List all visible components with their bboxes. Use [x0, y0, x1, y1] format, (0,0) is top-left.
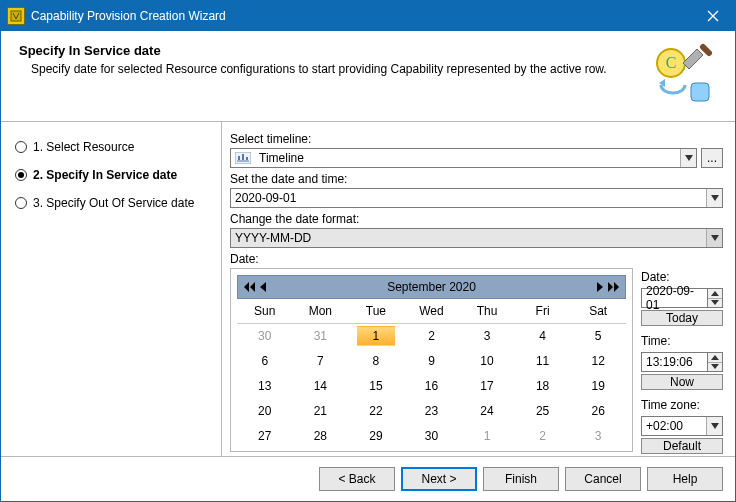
date-spin-up[interactable]	[708, 289, 722, 299]
calendar-day[interactable]: 10	[570, 448, 626, 456]
calendar-weekday: Sat	[570, 299, 626, 323]
format-label: Change the date format:	[230, 212, 723, 226]
calendar-day[interactable]: 3	[459, 323, 515, 348]
calendar-day[interactable]: 5	[570, 323, 626, 348]
calendar-day[interactable]: 31	[293, 323, 349, 348]
chevron-down-icon	[680, 149, 696, 167]
calendar-day[interactable]: 4	[237, 448, 293, 456]
timezone-select[interactable]: +02:00	[641, 416, 723, 436]
calendar-day[interactable]: 14	[293, 373, 349, 398]
calendar-day[interactable]: 8	[348, 348, 404, 373]
format-select[interactable]: YYYY-MM-DD	[230, 228, 723, 248]
wizard-step-label: 2. Specify In Service date	[33, 168, 177, 182]
calendar-day[interactable]: 6	[237, 348, 293, 373]
svg-marker-22	[711, 364, 719, 369]
wizard-step-1[interactable]: 1. Select Resource	[15, 140, 207, 154]
svg-marker-21	[711, 355, 719, 360]
svg-rect-4	[691, 83, 709, 101]
calendar-day[interactable]: 11	[515, 348, 571, 373]
next-button[interactable]: Next >	[401, 467, 477, 491]
svg-marker-15	[260, 282, 266, 292]
calendar-day[interactable]: 7	[404, 448, 460, 456]
calendar-day[interactable]: 6	[348, 448, 404, 456]
radio-icon	[15, 197, 27, 209]
calendar-day[interactable]: 7	[293, 348, 349, 373]
timeline-label: Select timeline:	[230, 132, 723, 146]
finish-button[interactable]: Finish	[483, 467, 559, 491]
timeline-browse-button[interactable]: ...	[701, 148, 723, 168]
help-button[interactable]: Help	[647, 467, 723, 491]
today-button[interactable]: Today	[641, 310, 723, 326]
calendar-day[interactable]: 15	[348, 373, 404, 398]
datetime-select[interactable]: 2020-09-01	[230, 188, 723, 208]
calendar-day[interactable]: 25	[515, 398, 571, 423]
calendar-day[interactable]: 2	[404, 323, 460, 348]
now-button[interactable]: Now	[641, 374, 723, 390]
time-spin-down[interactable]	[708, 363, 722, 372]
calendar-day[interactable]: 1	[459, 423, 515, 448]
svg-rect-7	[238, 156, 240, 160]
wizard-step-label: 1. Select Resource	[33, 140, 134, 154]
calendar-day[interactable]: 27	[237, 423, 293, 448]
calendar-day[interactable]: 24	[459, 398, 515, 423]
calendar-day[interactable]: 3	[570, 423, 626, 448]
calendar-day[interactable]: 16	[404, 373, 460, 398]
calendar-day[interactable]: 1	[348, 323, 404, 348]
calendar-day[interactable]: 30	[404, 423, 460, 448]
calendar-day[interactable]: 9	[404, 348, 460, 373]
calendar-day[interactable]: 8	[459, 448, 515, 456]
svg-marker-20	[711, 300, 719, 305]
svg-marker-23	[711, 423, 719, 429]
calendar-day[interactable]: 22	[348, 398, 404, 423]
app-icon	[7, 7, 25, 25]
calendar-day[interactable]: 5	[293, 448, 349, 456]
svg-marker-17	[608, 282, 613, 292]
calendar-month-title[interactable]: September 2020	[278, 280, 585, 294]
date-section-label: Date:	[230, 252, 723, 266]
calendar-prev-month-button[interactable]	[260, 282, 267, 292]
wizard-step-3[interactable]: 3. Specify Out Of Service date	[15, 196, 207, 210]
calendar-day[interactable]: 18	[515, 373, 571, 398]
page-description: Specify date for selected Resource confi…	[19, 62, 647, 76]
radio-icon	[15, 169, 27, 181]
wizard-step-2[interactable]: 2. Specify In Service date	[15, 168, 207, 182]
svg-text:C: C	[666, 54, 677, 71]
close-button[interactable]	[691, 1, 735, 31]
calendar-day[interactable]: 21	[293, 398, 349, 423]
calendar-day[interactable]: 20	[237, 398, 293, 423]
svg-marker-14	[250, 282, 255, 292]
timeline-select[interactable]: Timeline	[230, 148, 697, 168]
calendar-day[interactable]: 30	[237, 323, 293, 348]
titlebar: Capability Provision Creation Wizard	[1, 1, 735, 31]
side-date-label: Date:	[641, 270, 723, 284]
calendar-next-month-button[interactable]	[596, 282, 603, 292]
cancel-button[interactable]: Cancel	[565, 467, 641, 491]
calendar-weekday: Mon	[293, 299, 349, 323]
calendar-day[interactable]: 10	[459, 348, 515, 373]
calendar-day[interactable]: 23	[404, 398, 460, 423]
calendar-day[interactable]: 12	[570, 348, 626, 373]
calendar-day[interactable]: 2	[515, 423, 571, 448]
time-value: 13:19:06	[646, 355, 693, 369]
time-spin-up[interactable]	[708, 353, 722, 363]
calendar-day[interactable]: 28	[293, 423, 349, 448]
calendar-weekday: Tue	[348, 299, 404, 323]
date-spin-down[interactable]	[708, 299, 722, 308]
default-button[interactable]: Default	[641, 438, 723, 454]
calendar-prev-year-button[interactable]	[244, 282, 256, 292]
calendar-next-year-button[interactable]	[607, 282, 619, 292]
calendar-day[interactable]: 19	[570, 373, 626, 398]
calendar-day[interactable]: 17	[459, 373, 515, 398]
wizard-header-icon: C	[647, 43, 717, 107]
time-input[interactable]: 13:19:06	[641, 352, 723, 372]
svg-rect-9	[246, 157, 248, 160]
back-button[interactable]: < Back	[319, 467, 395, 491]
calendar-day[interactable]: 9	[515, 448, 571, 456]
calendar-day[interactable]: 4	[515, 323, 571, 348]
calendar-day[interactable]: 13	[237, 373, 293, 398]
calendar-day[interactable]: 29	[348, 423, 404, 448]
calendar-day[interactable]: 26	[570, 398, 626, 423]
svg-marker-12	[711, 235, 719, 241]
timeline-value: Timeline	[255, 151, 680, 165]
date-input[interactable]: 2020-09-01	[641, 288, 723, 308]
